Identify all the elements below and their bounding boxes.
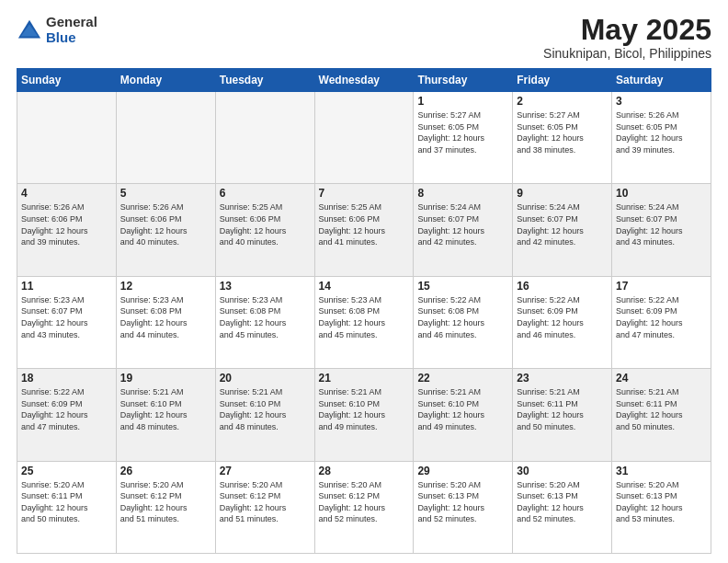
calendar-day: 14Sunrise: 5:23 AM Sunset: 6:08 PM Dayli… [314, 276, 414, 368]
day-number: 19 [120, 372, 211, 385]
day-info: Sunrise: 5:20 AM Sunset: 6:13 PM Dayligh… [417, 479, 508, 525]
day-number: 14 [319, 280, 410, 293]
day-info: Sunrise: 5:22 AM Sunset: 6:09 PM Dayligh… [616, 294, 707, 340]
day-number: 28 [319, 465, 410, 477]
day-number: 26 [120, 465, 211, 477]
day-info: Sunrise: 5:21 AM Sunset: 6:11 PM Dayligh… [517, 386, 608, 432]
title-month: May 2025 [543, 15, 711, 44]
calendar-day: 29Sunrise: 5:20 AM Sunset: 6:13 PM Dayli… [414, 461, 513, 553]
day-info: Sunrise: 5:20 AM Sunset: 6:13 PM Dayligh… [517, 479, 608, 525]
day-info: Sunrise: 5:24 AM Sunset: 6:07 PM Dayligh… [417, 201, 508, 247]
col-thursday: Thursday [414, 69, 513, 92]
calendar-week-1: 1Sunrise: 5:27 AM Sunset: 6:05 PM Daylig… [17, 92, 711, 184]
day-info: Sunrise: 5:25 AM Sunset: 6:06 PM Dayligh… [220, 201, 311, 247]
day-info: Sunrise: 5:20 AM Sunset: 6:11 PM Dayligh… [21, 479, 112, 525]
calendar-week-4: 18Sunrise: 5:22 AM Sunset: 6:09 PM Dayli… [17, 369, 711, 461]
day-number: 10 [616, 187, 707, 200]
logo-text: General Blue [46, 15, 97, 45]
logo-general: General [46, 15, 97, 30]
day-number: 11 [21, 280, 112, 293]
day-number: 23 [517, 372, 608, 385]
day-number: 20 [220, 372, 311, 385]
day-number: 15 [417, 280, 508, 293]
calendar-day: 22Sunrise: 5:21 AM Sunset: 6:10 PM Dayli… [414, 369, 513, 461]
logo-blue-text: Blue [46, 30, 97, 46]
day-info: Sunrise: 5:22 AM Sunset: 6:09 PM Dayligh… [517, 294, 608, 340]
title-location: Sinuknipan, Bicol, Philippines [543, 46, 711, 61]
calendar-day: 17Sunrise: 5:22 AM Sunset: 6:09 PM Dayli… [612, 276, 711, 368]
day-number: 1 [417, 95, 508, 108]
calendar-day: 15Sunrise: 5:22 AM Sunset: 6:08 PM Dayli… [414, 276, 513, 368]
calendar-day: 20Sunrise: 5:21 AM Sunset: 6:10 PM Dayli… [215, 369, 314, 461]
day-number: 17 [616, 280, 707, 293]
day-info: Sunrise: 5:20 AM Sunset: 6:12 PM Dayligh… [120, 479, 211, 525]
day-info: Sunrise: 5:25 AM Sunset: 6:06 PM Dayligh… [319, 201, 410, 247]
day-number: 5 [120, 187, 211, 200]
day-info: Sunrise: 5:23 AM Sunset: 6:08 PM Dayligh… [220, 294, 311, 340]
day-number: 31 [616, 465, 707, 477]
day-info: Sunrise: 5:26 AM Sunset: 6:06 PM Dayligh… [21, 201, 112, 247]
calendar-day [215, 92, 314, 184]
day-info: Sunrise: 5:20 AM Sunset: 6:12 PM Dayligh… [220, 479, 311, 525]
day-number: 12 [120, 280, 211, 293]
col-sunday: Sunday [17, 69, 117, 92]
col-monday: Monday [116, 69, 215, 92]
day-info: Sunrise: 5:26 AM Sunset: 6:06 PM Dayligh… [120, 201, 211, 247]
calendar-day: 4Sunrise: 5:26 AM Sunset: 6:06 PM Daylig… [17, 184, 117, 276]
calendar-week-5: 25Sunrise: 5:20 AM Sunset: 6:11 PM Dayli… [17, 461, 711, 553]
calendar-day [17, 92, 117, 184]
calendar-header-row: Sunday Monday Tuesday Wednesday Thursday… [17, 69, 711, 92]
day-number: 9 [517, 187, 608, 200]
calendar-day: 26Sunrise: 5:20 AM Sunset: 6:12 PM Dayli… [116, 461, 215, 553]
day-number: 21 [319, 372, 410, 385]
calendar-day: 27Sunrise: 5:20 AM Sunset: 6:12 PM Dayli… [215, 461, 314, 553]
calendar-day: 23Sunrise: 5:21 AM Sunset: 6:11 PM Dayli… [513, 369, 612, 461]
calendar-day: 6Sunrise: 5:25 AM Sunset: 6:06 PM Daylig… [215, 184, 314, 276]
col-wednesday: Wednesday [314, 69, 414, 92]
day-info: Sunrise: 5:21 AM Sunset: 6:10 PM Dayligh… [417, 386, 508, 432]
day-number: 8 [417, 187, 508, 200]
day-number: 6 [220, 187, 311, 200]
day-number: 27 [220, 465, 311, 477]
calendar-day: 21Sunrise: 5:21 AM Sunset: 6:10 PM Dayli… [314, 369, 414, 461]
calendar-day [314, 92, 414, 184]
calendar-day: 10Sunrise: 5:24 AM Sunset: 6:07 PM Dayli… [612, 184, 711, 276]
day-info: Sunrise: 5:20 AM Sunset: 6:12 PM Dayligh… [319, 479, 410, 525]
calendar-day: 9Sunrise: 5:24 AM Sunset: 6:07 PM Daylig… [513, 184, 612, 276]
page: General Blue May 2025 Sinuknipan, Bicol,… [0, 0, 728, 563]
logo: General Blue [17, 15, 97, 45]
day-info: Sunrise: 5:23 AM Sunset: 6:07 PM Dayligh… [21, 294, 112, 340]
day-info: Sunrise: 5:24 AM Sunset: 6:07 PM Dayligh… [517, 201, 608, 247]
day-number: 16 [517, 280, 608, 293]
calendar-day: 11Sunrise: 5:23 AM Sunset: 6:07 PM Dayli… [17, 276, 117, 368]
day-info: Sunrise: 5:22 AM Sunset: 6:09 PM Dayligh… [21, 386, 112, 432]
calendar-day: 5Sunrise: 5:26 AM Sunset: 6:06 PM Daylig… [116, 184, 215, 276]
day-info: Sunrise: 5:21 AM Sunset: 6:10 PM Dayligh… [120, 386, 211, 432]
calendar-day [116, 92, 215, 184]
day-info: Sunrise: 5:21 AM Sunset: 6:11 PM Dayligh… [616, 386, 707, 432]
calendar-day: 12Sunrise: 5:23 AM Sunset: 6:08 PM Dayli… [116, 276, 215, 368]
calendar-day: 3Sunrise: 5:26 AM Sunset: 6:05 PM Daylig… [612, 92, 711, 184]
day-info: Sunrise: 5:21 AM Sunset: 6:10 PM Dayligh… [220, 386, 311, 432]
day-info: Sunrise: 5:23 AM Sunset: 6:08 PM Dayligh… [319, 294, 410, 340]
col-saturday: Saturday [612, 69, 711, 92]
title-block: May 2025 Sinuknipan, Bicol, Philippines [543, 15, 711, 61]
calendar-day: 24Sunrise: 5:21 AM Sunset: 6:11 PM Dayli… [612, 369, 711, 461]
calendar-day: 8Sunrise: 5:24 AM Sunset: 6:07 PM Daylig… [414, 184, 513, 276]
calendar-day: 7Sunrise: 5:25 AM Sunset: 6:06 PM Daylig… [314, 184, 414, 276]
day-info: Sunrise: 5:20 AM Sunset: 6:13 PM Dayligh… [616, 479, 707, 525]
day-info: Sunrise: 5:24 AM Sunset: 6:07 PM Dayligh… [616, 201, 707, 247]
calendar-day: 13Sunrise: 5:23 AM Sunset: 6:08 PM Dayli… [215, 276, 314, 368]
day-info: Sunrise: 5:23 AM Sunset: 6:08 PM Dayligh… [120, 294, 211, 340]
calendar-day: 28Sunrise: 5:20 AM Sunset: 6:12 PM Dayli… [314, 461, 414, 553]
day-info: Sunrise: 5:27 AM Sunset: 6:05 PM Dayligh… [517, 109, 608, 155]
calendar-day: 18Sunrise: 5:22 AM Sunset: 6:09 PM Dayli… [17, 369, 117, 461]
day-number: 18 [21, 372, 112, 385]
day-info: Sunrise: 5:26 AM Sunset: 6:05 PM Dayligh… [616, 109, 707, 155]
day-info: Sunrise: 5:22 AM Sunset: 6:08 PM Dayligh… [417, 294, 508, 340]
col-tuesday: Tuesday [215, 69, 314, 92]
calendar-day: 1Sunrise: 5:27 AM Sunset: 6:05 PM Daylig… [414, 92, 513, 184]
calendar-day: 2Sunrise: 5:27 AM Sunset: 6:05 PM Daylig… [513, 92, 612, 184]
calendar-day: 31Sunrise: 5:20 AM Sunset: 6:13 PM Dayli… [612, 461, 711, 553]
col-friday: Friday [513, 69, 612, 92]
